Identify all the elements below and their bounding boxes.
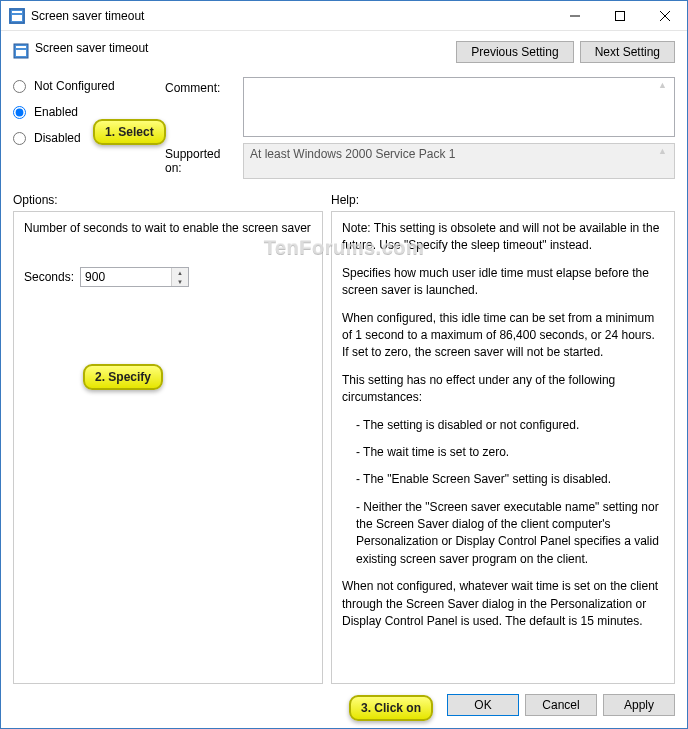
radio-enabled[interactable]: Enabled	[13, 105, 155, 119]
seconds-spinner[interactable]: ▲ ▼	[80, 267, 189, 287]
supported-label: Supported on:	[165, 143, 237, 175]
comment-label: Comment:	[165, 77, 237, 95]
radio-enabled-label: Enabled	[34, 105, 78, 119]
help-text: When not configured, whatever wait time …	[342, 578, 664, 630]
help-text: Specifies how much user idle time must e…	[342, 265, 664, 300]
svg-rect-1	[12, 11, 22, 13]
radio-not-configured-label: Not Configured	[34, 79, 115, 93]
help-panel: Note: This setting is obsolete and will …	[331, 211, 675, 684]
supported-on-box: At least Windows 2000 Service Pack 1 ▲	[243, 143, 675, 179]
options-heading: Options:	[13, 193, 331, 207]
help-bullet: - The "Enable Screen Saver" setting is d…	[342, 471, 664, 488]
policy-title: Screen saver timeout	[35, 41, 456, 55]
spinner-down-button[interactable]: ▼	[172, 277, 188, 286]
callout-specify: 2. Specify	[83, 364, 163, 390]
supported-on-text: At least Windows 2000 Service Pack 1	[250, 147, 455, 161]
policy-icon	[9, 8, 25, 24]
radio-disabled-input[interactable]	[13, 132, 26, 145]
spinner-up-button[interactable]: ▲	[172, 268, 188, 277]
help-text: Note: This setting is obsolete and will …	[342, 220, 664, 255]
scroll-up-icon: ▲	[658, 80, 672, 90]
comment-textarea[interactable]: ▲	[243, 77, 675, 137]
maximize-button[interactable]	[597, 1, 642, 31]
close-button[interactable]	[642, 1, 687, 31]
help-text: When configured, this idle time can be s…	[342, 310, 664, 362]
apply-button[interactable]: Apply	[603, 694, 675, 716]
options-panel: Number of seconds to wait to enable the …	[13, 211, 323, 684]
options-description: Number of seconds to wait to enable the …	[24, 220, 312, 237]
radio-not-configured-input[interactable]	[13, 80, 26, 93]
radio-disabled-label: Disabled	[34, 131, 81, 145]
scroll-up-icon: ▲	[658, 146, 672, 156]
minimize-button[interactable]	[552, 1, 597, 31]
radio-not-configured[interactable]: Not Configured	[13, 79, 155, 93]
callout-select: 1. Select	[93, 119, 166, 145]
ok-button[interactable]: OK	[447, 694, 519, 716]
help-bullet: - The wait time is set to zero.	[342, 444, 664, 461]
svg-rect-4	[615, 11, 624, 20]
help-text: This setting has no effect under any of …	[342, 372, 664, 407]
cancel-button[interactable]: Cancel	[525, 694, 597, 716]
titlebar: Screen saver timeout	[1, 1, 687, 31]
policy-icon	[13, 43, 29, 59]
svg-rect-9	[16, 50, 26, 56]
next-setting-button[interactable]: Next Setting	[580, 41, 675, 63]
callout-click-on: 3. Click on	[349, 695, 433, 721]
help-heading: Help:	[331, 193, 675, 207]
help-bullet: - Neither the "Screen saver executable n…	[342, 499, 664, 569]
help-bullet: - The setting is disabled or not configu…	[342, 417, 664, 434]
svg-rect-2	[12, 15, 22, 21]
seconds-label: Seconds:	[24, 269, 74, 286]
seconds-input[interactable]	[81, 268, 171, 286]
radio-enabled-input[interactable]	[13, 106, 26, 119]
window-title: Screen saver timeout	[31, 9, 552, 23]
svg-rect-8	[16, 46, 26, 48]
previous-setting-button[interactable]: Previous Setting	[456, 41, 573, 63]
